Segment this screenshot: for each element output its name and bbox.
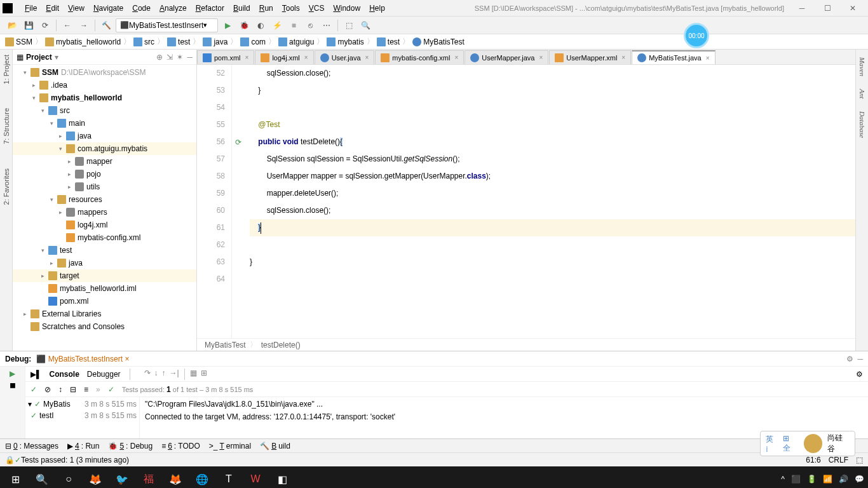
notif-icon[interactable]: 💬 (855, 475, 864, 484)
menu-help[interactable]: Help (365, 4, 390, 13)
wifi-icon[interactable]: 📶 (823, 475, 832, 484)
crumb-8[interactable]: test (377, 37, 400, 46)
tree-node[interactable]: ▾main (13, 117, 196, 130)
bottom-tab[interactable]: 🐞 5: Debug (108, 442, 153, 451)
debugger-tab[interactable]: Debugger (87, 370, 121, 379)
tree-node[interactable]: Scratches and Consoles (13, 320, 196, 333)
editor-tab[interactable]: pom.xml× (197, 50, 254, 64)
bottom-tab[interactable]: >_ Terminal (209, 442, 251, 451)
close-tab-icon[interactable]: × (245, 54, 249, 61)
vcs-icon[interactable]: ⬚ (342, 18, 356, 32)
tree-node[interactable]: ▸mappers (13, 206, 196, 219)
tree-node[interactable]: ▾com.atguigu.mybatis (13, 142, 196, 155)
tree-node[interactable]: ▸External Libraries (13, 308, 196, 320)
editor-tab[interactable]: UserMapper.java× (465, 50, 548, 64)
console-tab-icon[interactable]: ▶▌ (31, 370, 42, 379)
dropdown-icon[interactable]: ▾ (55, 53, 58, 62)
tree-node[interactable]: ▸mapper (13, 155, 196, 168)
coverage-icon[interactable]: ◐ (254, 18, 268, 32)
tree-node[interactable]: pom.xml (13, 295, 196, 308)
forward-icon[interactable]: → (77, 18, 91, 32)
bottom-tab[interactable]: ⊟ 0: Messages (5, 442, 58, 451)
menu-run[interactable]: Run (255, 4, 278, 13)
tray-icon[interactable]: ⬛ (791, 475, 801, 484)
test-item[interactable]: ✓testI3 m 8 s 515 ms (28, 410, 137, 421)
collapse-icon[interactable]: ✶ (177, 53, 183, 62)
crumb-3[interactable]: test (167, 37, 190, 46)
tray-up-icon[interactable]: ^ (781, 475, 785, 484)
close-tab-icon[interactable]: × (621, 54, 625, 61)
app1-icon[interactable]: 🦊 (84, 468, 107, 488)
menu-view[interactable]: View (64, 4, 89, 13)
close-tab-icon[interactable]: × (539, 54, 543, 61)
gear-icon[interactable]: ⚙ (846, 355, 853, 363)
bottom-tab[interactable]: 🔨 Build (260, 442, 290, 451)
project-tree[interactable]: ▾SSM D:\IDEA\workspace\SSM▸.idea▾mybatis… (13, 65, 196, 351)
collapse-all-icon[interactable]: ≡ (84, 385, 88, 394)
close-button[interactable]: ✕ (840, 1, 865, 16)
back-icon[interactable]: ← (60, 18, 74, 32)
console-tab[interactable]: Console (50, 370, 79, 379)
build-icon[interactable]: 🔨 (99, 18, 113, 32)
start-icon[interactable]: ⊞ (4, 468, 27, 488)
volume-icon[interactable]: 🔊 (839, 475, 848, 484)
debug-console[interactable]: "C:\Program Files\Java\jdk1.8.0_151\bin\… (140, 397, 868, 438)
maximize-button[interactable]: ☐ (815, 1, 840, 16)
test-tree[interactable]: ▾✓MyBatis3 m 8 s 515 ms✓testI3 m 8 s 515… (25, 397, 140, 438)
crumb-7[interactable]: mybatis (327, 37, 363, 46)
editor-tab[interactable]: User.java× (315, 50, 375, 64)
app4-icon[interactable]: T (217, 468, 240, 488)
chrome-icon[interactable]: 🌐 (191, 468, 214, 488)
code-text[interactable]: sqlSession.close(); } @Test public void … (245, 65, 855, 338)
menu-tools[interactable]: Tools (278, 4, 304, 13)
crumb-4[interactable]: java (203, 37, 227, 46)
tree-node[interactable]: ▸java (13, 130, 196, 142)
run-icon[interactable]: ▶ (220, 18, 234, 32)
editor-tab[interactable]: mybatis-config.xml× (375, 50, 464, 64)
cortana-icon[interactable]: ○ (57, 468, 80, 488)
minimize-button[interactable]: ─ (789, 1, 815, 16)
tree-node[interactable]: mybatis_helloworld.iml (13, 282, 196, 295)
crumb-9[interactable]: MyBatisTest (412, 37, 465, 46)
tree-node[interactable]: ▸utils (13, 180, 196, 193)
close-tab-icon[interactable]: × (706, 55, 710, 62)
crumb-0[interactable]: SSM (5, 37, 32, 46)
tree-node[interactable]: ▸.idea (13, 79, 196, 92)
debug-icon[interactable]: 🐞 (237, 18, 251, 32)
left-tab[interactable]: 2: Favorites (3, 166, 10, 207)
code-crumb[interactable]: MyBatisTest (205, 341, 246, 349)
app2-icon[interactable]: 🐦 (111, 468, 133, 488)
sort-icon[interactable]: ↕ (58, 385, 62, 394)
menu-file[interactable]: File (20, 4, 41, 13)
step-out-icon[interactable]: ↑ (162, 369, 166, 380)
select-opened-icon[interactable]: ⊕ (156, 53, 163, 62)
editor-tab[interactable]: log4j.xml× (255, 50, 313, 64)
run-to-cursor-icon[interactable]: →| (170, 369, 179, 380)
crumb-2[interactable]: src (133, 37, 154, 46)
tree-node[interactable]: ▾test (13, 244, 196, 257)
rerun-icon[interactable]: ▶ (10, 369, 15, 378)
firefox-icon[interactable]: 🦊 (164, 468, 187, 488)
stop-debug-icon[interactable]: ◼ (10, 381, 16, 390)
tree-node[interactable]: ▸java (13, 257, 196, 269)
hide-icon[interactable]: ─ (187, 53, 193, 62)
settings-icon[interactable]: ⚙ (856, 370, 863, 379)
menu-refactor[interactable]: Refactor (191, 4, 229, 13)
refresh-icon[interactable]: ⟳ (38, 18, 52, 32)
tree-node[interactable]: log4j.xml (13, 219, 196, 231)
minimize-icon[interactable]: ─ (857, 355, 863, 363)
test-item[interactable]: ▾✓MyBatis3 m 8 s 515 ms (28, 398, 137, 410)
app3-icon[interactable]: 福 (137, 468, 160, 488)
close-tab-icon[interactable]: × (304, 54, 308, 61)
attach-icon[interactable]: ⎋ (303, 18, 317, 32)
lock-icon[interactable]: 🔒 (5, 456, 15, 464)
code-area[interactable]: 52535455565758596061626364 ⟳ sqlSession.… (197, 65, 855, 338)
crumb-1[interactable]: mybatis_helloworld (45, 37, 121, 46)
bottom-tab[interactable]: ▶ 4: Run (67, 442, 99, 451)
close-tab-icon[interactable]: × (365, 54, 369, 61)
editor-tab[interactable]: UserMapper.xml× (549, 50, 631, 64)
close-tab-icon[interactable]: × (454, 54, 458, 61)
tree-node[interactable]: ▾mybatis_helloworld (13, 92, 196, 104)
expand-all-icon[interactable]: ⊟ (70, 385, 76, 394)
left-tab[interactable]: 1: Project (3, 52, 10, 86)
